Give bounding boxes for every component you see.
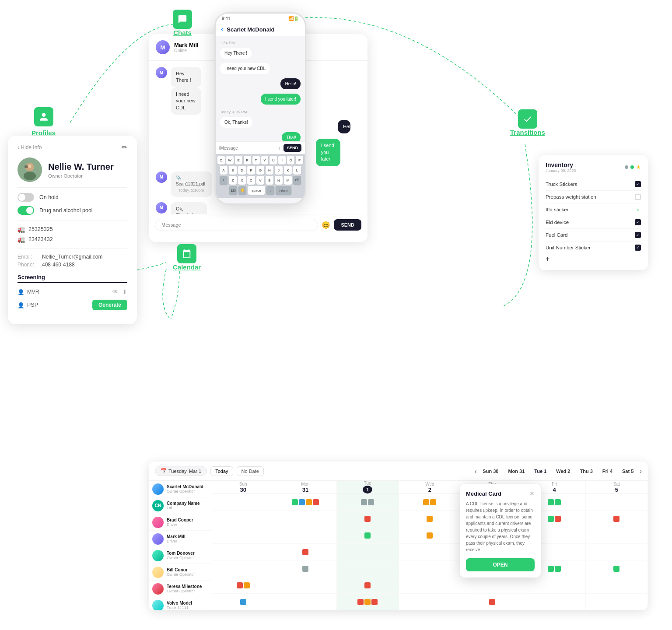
cal-cell [523,577,585,593]
tag-orange2 [423,499,429,505]
key-j[interactable]: J [275,166,283,175]
nodate-button[interactable]: No Date [237,466,264,476]
phone-emoji-icon[interactable]: + [277,145,281,151]
cal-cell [212,577,274,593]
cal-person-name8: Volvo Model [167,601,192,606]
key-l[interactable]: L [293,166,301,175]
calendar-text[interactable]: Calendar [173,263,201,271]
key-space[interactable]: space [248,186,265,195]
generate-button[interactable]: Generate [92,300,127,310]
cal-person-mark: Mark Mill Driver [149,531,212,547]
tag-green2 [548,499,554,505]
key-h[interactable]: H [266,166,273,175]
mvr-actions: 👁 ⬇ [112,288,127,295]
back-arrow-icon[interactable]: ‹ [221,25,223,33]
key-r[interactable]: R [244,156,251,164]
key-return[interactable]: return [276,186,291,195]
day-thu3: Thu 3 [576,469,596,474]
inv-checkbox-6[interactable] [635,245,641,251]
inv-checkbox-1[interactable] [635,181,641,187]
cal-person-volvo: Volvo Model Truck 11111 [149,597,212,610]
drug-pool-toggle[interactable] [18,206,34,215]
on-hold-row: On hold [18,193,127,202]
key-i[interactable]: I [278,156,286,164]
key-y[interactable]: Y [261,156,269,164]
calendar-date-pill[interactable]: 📅 Tuesday, Mar 1 [155,466,207,476]
key-delete[interactable]: ⌫ [293,176,301,185]
inv-checkbox-4[interactable] [635,219,641,225]
transitions-label: Transitions [510,109,545,136]
prev-nav-btn[interactable]: ‹ [475,468,477,475]
person-icon: 👤 [18,289,24,295]
medical-close-icon[interactable]: ✕ [529,490,535,497]
key-n[interactable]: N [275,176,283,185]
key-k[interactable]: K [284,166,292,175]
medical-open-button[interactable]: OPEN [466,558,535,571]
key-f[interactable]: F [247,166,255,175]
key-x[interactable]: X [238,176,246,185]
key-g[interactable]: G [256,166,264,175]
edit-icon[interactable]: ✏ [122,144,127,151]
cal-person-name4: Mark Mill [167,534,186,539]
cal-person-brad: Brad Cooper Driver [149,514,212,531]
key-period[interactable]: . [266,186,274,195]
key-e[interactable]: E [235,156,242,164]
key-q[interactable]: Q [217,156,225,164]
key-m[interactable]: M [284,176,292,185]
send-button[interactable]: SEND [334,219,361,231]
key-v[interactable]: V [256,176,264,185]
key-shift[interactable]: ⇧ [220,176,228,185]
inv-item-fuel: Fuel Card [546,229,641,242]
inv-item-name6: Unit Number Sticker [546,245,591,250]
key-d[interactable]: D [238,166,246,175]
screening-section: Screening 👤 MVR 👁 ⬇ 👤 PSP Generate [18,274,127,310]
key-u[interactable]: U [270,156,277,164]
next-nav-btn[interactable]: › [640,468,642,475]
col-wed2: Wed2 [399,481,461,494]
key-emoji2[interactable]: 😊 [238,186,246,195]
message-input[interactable] [155,219,318,231]
cal-person-info2: Company Name Ltd [167,501,200,510]
key-c[interactable]: C [247,176,255,185]
divider [18,187,127,188]
cal-person-info: Scarlet McDonald Owner Operator [167,484,203,494]
phone-send-button[interactable]: SEND [284,144,301,152]
today-button[interactable]: Today [210,466,233,476]
chats-text[interactable]: Chats [173,29,192,36]
add-item-button[interactable]: + [546,254,641,264]
key-w[interactable]: W [226,156,234,164]
inv-checkbox-2[interactable] [635,194,641,200]
medical-popup: Medical Card ✕ A CDL license is a privil… [460,484,541,578]
msg-avatar2: M [156,172,167,183]
key-a[interactable]: A [220,166,228,175]
on-hold-toggle[interactable] [18,193,34,202]
cal-cell [461,594,523,610]
hide-info-btn[interactable]: Hide Info [18,144,42,150]
cal-cell [586,544,648,560]
download-icon[interactable]: ⬇ [122,288,127,295]
inv-checkbox-5[interactable] [635,232,641,238]
key-b[interactable]: B [266,176,273,185]
cal-person-info8: Volvo Model Truck 11111 [167,601,192,610]
calendar-people-column: Scarlet McDonald Owner Operator CN Compa… [149,481,212,610]
transitions-text[interactable]: Transitions [510,129,545,136]
key-s[interactable]: S [229,166,237,175]
eye-icon[interactable]: 👁 [112,288,119,295]
cal-cell-today4 [337,544,399,560]
emoji-icon[interactable]: 😊 [322,221,330,229]
phone-message-input[interactable] [219,146,275,150]
cal-person-role7: Owner Operator [167,589,202,593]
inv-checkbox-3[interactable] [635,206,641,213]
tag-green6 [548,566,554,572]
profile-role: Owner Operator [48,173,114,178]
cal-person-teresa: Teresa Milestone Owner Operator [149,581,212,597]
key-t[interactable]: T [252,156,260,164]
key-p[interactable]: P [296,156,303,164]
key-numbers[interactable]: 123 [229,186,237,195]
key-z[interactable]: Z [229,176,237,185]
key-o[interactable]: O [287,156,294,164]
cal-person-tom: Tom Donover Owner Operator [149,547,212,564]
cal-avatar-bill [152,567,164,578]
profiles-text[interactable]: Profiles [32,129,56,136]
inv-item-name: Truck Stickers [546,182,577,187]
